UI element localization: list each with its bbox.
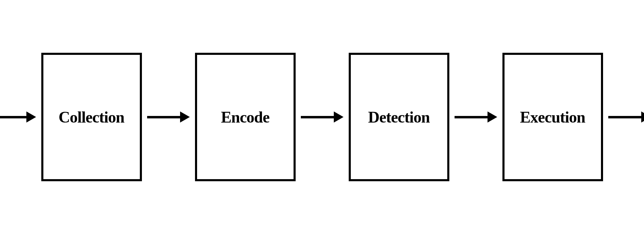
arrow-line <box>0 116 26 118</box>
arrow-connector <box>147 111 190 123</box>
flow-box-label: Detection <box>368 108 430 126</box>
flow-box-label: Collection <box>59 108 124 126</box>
arrow-output <box>608 111 644 123</box>
arrow-line <box>301 116 334 118</box>
arrow-connector <box>301 111 344 123</box>
flow-box-label: Encode <box>221 108 270 126</box>
flow-diagram: Collection Encode Detection Execution <box>0 53 644 181</box>
flow-box-encode: Encode <box>195 53 296 181</box>
arrow-line <box>455 116 488 118</box>
arrow-head-icon <box>641 111 644 123</box>
arrow-head-icon <box>180 111 190 123</box>
flow-box-label: Execution <box>520 108 585 126</box>
arrow-head-icon <box>488 111 497 123</box>
arrow-head-icon <box>334 111 344 123</box>
flow-box-collection: Collection <box>41 53 142 181</box>
flow-box-execution: Execution <box>502 53 603 181</box>
arrow-head-icon <box>26 111 36 123</box>
arrow-line <box>147 116 180 118</box>
arrow-line <box>608 116 641 118</box>
flow-box-detection: Detection <box>349 53 449 181</box>
arrow-input <box>0 111 36 123</box>
arrow-connector <box>455 111 497 123</box>
